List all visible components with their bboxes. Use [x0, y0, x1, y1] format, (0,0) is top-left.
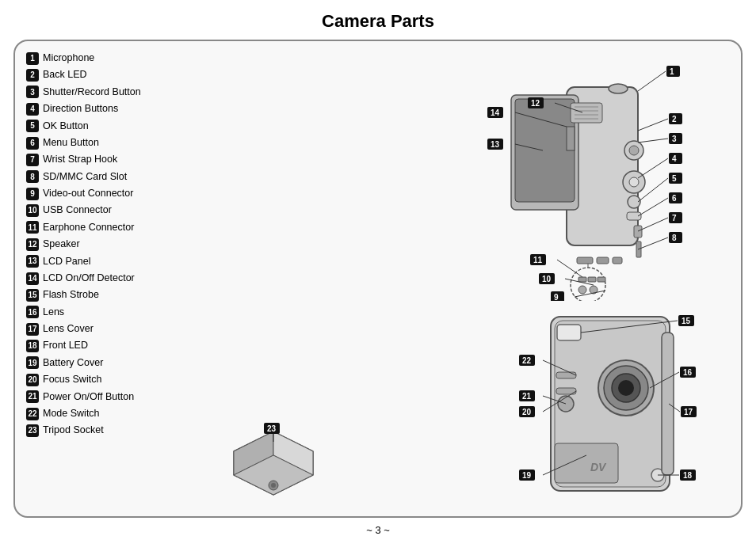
part-label: Direction Buttons	[43, 101, 118, 116]
parts-list-item: 22Mode Switch	[26, 406, 208, 421]
parts-list-item: 23Tripod Socket	[26, 423, 208, 438]
page-footer: ~ 3 ~	[366, 524, 390, 536]
part-label: OK Button	[43, 119, 89, 134]
part-label: Mode Switch	[43, 406, 100, 421]
svg-rect-20	[613, 257, 622, 264]
svg-text:13: 13	[491, 140, 500, 149]
part-number-badge: 18	[26, 340, 39, 352]
parts-list-item: 16Lens	[26, 305, 208, 320]
part-number-badge: 15	[26, 289, 39, 302]
part-number-badge: 8	[26, 170, 39, 183]
svg-rect-3	[567, 127, 575, 150]
parts-list-item: 14LCD On/Off Detector	[26, 271, 208, 286]
svg-text:2: 2	[672, 115, 677, 124]
parts-list-item: 13LCD Panel	[26, 254, 208, 269]
svg-rect-16	[634, 226, 642, 238]
svg-line-34	[638, 139, 668, 143]
part-number-badge: 19	[26, 356, 39, 369]
part-label: Menu Button	[43, 135, 99, 150]
svg-text:15: 15	[682, 317, 691, 325]
svg-text:19: 19	[522, 471, 532, 480]
svg-rect-2	[515, 99, 575, 202]
parts-list-item: 4Direction Buttons	[26, 101, 208, 116]
parts-list-item: 6Menu Button	[26, 135, 208, 150]
svg-text:3: 3	[672, 135, 677, 143]
svg-point-113	[271, 483, 276, 488]
svg-rect-81	[556, 372, 576, 378]
parts-list-item: 21Power On/Off Button	[26, 390, 208, 405]
svg-text:14: 14	[491, 108, 500, 117]
parts-list-item: 5OK Button	[26, 119, 208, 134]
part-number-badge: 4	[26, 103, 39, 116]
svg-rect-19	[597, 257, 609, 264]
svg-text:17: 17	[684, 408, 693, 416]
svg-line-37	[638, 158, 668, 178]
part-number-badge: 14	[26, 272, 39, 285]
svg-text:21: 21	[522, 392, 532, 401]
parts-list-item: 9Video-out Connector	[26, 186, 208, 201]
svg-line-46	[638, 218, 668, 231]
part-label: Front LED	[43, 338, 88, 353]
part-number-badge: 11	[26, 221, 39, 234]
parts-list-item: 1Microphone	[26, 51, 208, 66]
part-label: Battery Cover	[43, 355, 103, 371]
svg-rect-18	[577, 257, 593, 264]
parts-list-item: 15Flash Strobe	[26, 287, 208, 302]
svg-text:22: 22	[522, 356, 532, 365]
part-number-badge: 12	[26, 238, 39, 251]
svg-rect-76	[557, 325, 581, 340]
part-number-badge: 1	[26, 52, 39, 65]
parts-list-item: 18Front LED	[26, 338, 208, 353]
part-label: Lens Cover	[43, 321, 94, 336]
part-label: Flash Strobe	[43, 287, 99, 302]
parts-list-item: 2Back LED	[26, 67, 208, 82]
part-label: Power On/Off Button	[43, 390, 134, 405]
svg-point-75	[618, 380, 634, 396]
part-number-badge: 22	[26, 408, 39, 420]
part-label: Speaker	[43, 237, 80, 252]
svg-text:7: 7	[672, 214, 677, 222]
parts-list-item: 20Focus Switch	[26, 372, 208, 387]
svg-text:8: 8	[672, 234, 677, 242]
part-label: Earphone Connector	[43, 220, 134, 235]
parts-list-item: 19Battery Cover	[26, 355, 208, 371]
parts-list-item: 17Lens Cover	[26, 321, 208, 336]
part-label: Lens	[43, 305, 64, 320]
part-label: LCD Panel	[43, 254, 90, 269]
svg-point-26	[578, 286, 586, 294]
part-number-badge: 9	[26, 188, 39, 200]
part-label: Back LED	[43, 67, 87, 82]
svg-point-11	[609, 84, 628, 93]
svg-text:12: 12	[531, 99, 540, 108]
diagram-area: 1 2 3 4 5 6 7	[210, 48, 733, 518]
camera-bottom-diagram: DV 15 16 17 18 19	[472, 309, 725, 507]
parts-list-item: 11Earphone Connector	[26, 220, 208, 235]
svg-rect-24	[588, 277, 596, 282]
part-number-badge: 2	[26, 69, 39, 82]
part-label: LCD On/Off Detector	[43, 271, 135, 286]
svg-text:16: 16	[683, 368, 693, 377]
svg-text:DV: DV	[590, 461, 607, 473]
part-number-badge: 20	[26, 374, 39, 386]
svg-text:9: 9	[554, 293, 559, 301]
parts-list-item: 12Speaker	[26, 237, 208, 252]
parts-list-item: 7Wrist Strap Hook	[26, 152, 208, 167]
svg-rect-79	[555, 443, 618, 483]
part-label: SD/MMC Card Slot	[43, 169, 127, 184]
part-number-badge: 17	[26, 323, 39, 336]
parts-list-item: 8SD/MMC Card Slot	[26, 169, 208, 184]
svg-text:20: 20	[522, 408, 532, 416]
svg-point-13	[629, 177, 639, 187]
part-number-badge: 7	[26, 154, 39, 166]
parts-list-item: 3Shutter/Record Button	[26, 85, 208, 100]
part-label: Microphone	[43, 51, 94, 66]
svg-rect-4	[571, 103, 602, 123]
part-label: USB Connector	[43, 203, 112, 218]
parts-list-item: 10USB Connector	[26, 203, 208, 218]
part-number-badge: 3	[26, 86, 39, 98]
svg-line-49	[638, 238, 668, 249]
svg-text:11: 11	[533, 256, 543, 264]
part-number-badge: 21	[26, 390, 39, 403]
part-number-badge: 10	[26, 204, 39, 217]
camera-top-diagram: 1 2 3 4 5 6 7	[472, 55, 725, 301]
